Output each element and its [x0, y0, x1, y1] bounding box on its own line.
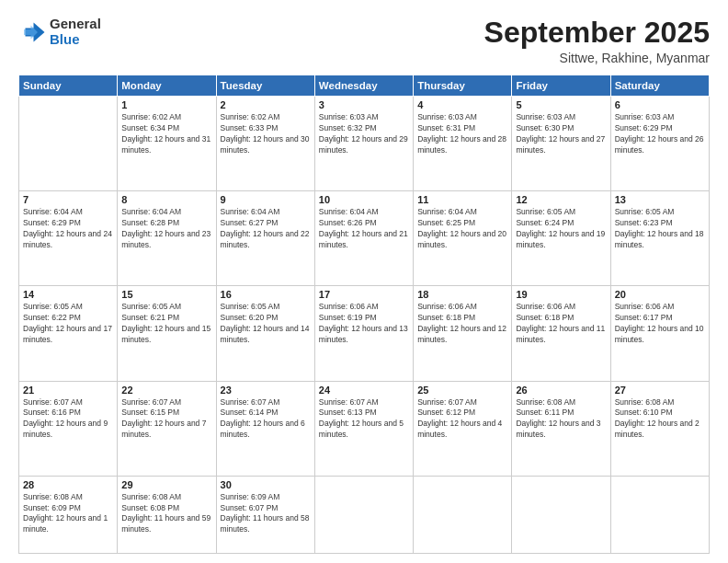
weekday-tuesday: Tuesday	[216, 75, 314, 97]
day-cell: 17Sunrise: 6:06 AMSunset: 6:19 PMDayligh…	[314, 286, 413, 381]
day-info: Sunrise: 6:05 AMSunset: 6:21 PMDaylight:…	[121, 302, 211, 346]
logo-blue: Blue	[50, 32, 101, 48]
day-cell: 9Sunrise: 6:04 AMSunset: 6:27 PMDaylight…	[216, 191, 314, 286]
day-number: 19	[516, 289, 606, 300]
day-number: 5	[516, 99, 606, 110]
day-number: 20	[615, 289, 705, 300]
day-cell: 1Sunrise: 6:02 AMSunset: 6:34 PMDaylight…	[118, 97, 216, 191]
day-cell: 26Sunrise: 6:08 AMSunset: 6:11 PMDayligh…	[512, 381, 610, 476]
day-info: Sunrise: 6:04 AMSunset: 6:27 PMDaylight:…	[221, 207, 311, 251]
title-block: September 2025 Sittwe, Rakhine, Myanmar	[484, 17, 710, 65]
logo-icon	[18, 18, 46, 46]
day-info: Sunrise: 6:06 AMSunset: 6:17 PMDaylight:…	[615, 302, 705, 346]
day-info: Sunrise: 6:05 AMSunset: 6:23 PMDaylight:…	[615, 207, 705, 251]
day-number: 6	[615, 99, 705, 110]
day-number: 13	[615, 194, 705, 205]
day-info: Sunrise: 6:04 AMSunset: 6:29 PMDaylight:…	[23, 207, 113, 251]
week-row-2: 7Sunrise: 6:04 AMSunset: 6:29 PMDaylight…	[19, 191, 710, 286]
day-info: Sunrise: 6:08 AMSunset: 6:10 PMDaylight:…	[615, 397, 705, 442]
location: Sittwe, Rakhine, Myanmar	[484, 51, 710, 65]
day-cell: 7Sunrise: 6:04 AMSunset: 6:29 PMDaylight…	[19, 191, 118, 286]
day-cell	[610, 476, 709, 553]
day-number: 15	[121, 289, 211, 300]
day-cell	[19, 97, 118, 191]
day-number: 14	[23, 289, 113, 300]
day-info: Sunrise: 6:05 AMSunset: 6:24 PMDaylight:…	[516, 207, 606, 251]
day-number: 27	[615, 385, 705, 396]
day-cell: 2Sunrise: 6:02 AMSunset: 6:33 PMDaylight…	[216, 97, 314, 191]
day-info: Sunrise: 6:03 AMSunset: 6:32 PMDaylight:…	[319, 112, 409, 156]
month-year: September 2025	[484, 17, 710, 49]
day-cell: 20Sunrise: 6:06 AMSunset: 6:17 PMDayligh…	[610, 286, 709, 381]
day-cell	[314, 476, 413, 553]
day-number: 29	[121, 479, 211, 490]
day-info: Sunrise: 6:09 AMSunset: 6:07 PMDaylight:…	[221, 492, 311, 536]
week-row-4: 21Sunrise: 6:07 AMSunset: 6:16 PMDayligh…	[19, 381, 710, 476]
day-number: 25	[417, 385, 507, 396]
day-info: Sunrise: 6:03 AMSunset: 6:31 PMDaylight:…	[417, 112, 507, 156]
day-info: Sunrise: 6:06 AMSunset: 6:18 PMDaylight:…	[417, 302, 507, 346]
day-info: Sunrise: 6:06 AMSunset: 6:18 PMDaylight:…	[516, 302, 606, 346]
day-cell: 3Sunrise: 6:03 AMSunset: 6:32 PMDaylight…	[314, 97, 413, 191]
day-info: Sunrise: 6:07 AMSunset: 6:12 PMDaylight:…	[417, 397, 507, 442]
calendar: SundayMondayTuesdayWednesdayThursdayFrid…	[18, 75, 710, 554]
day-info: Sunrise: 6:08 AMSunset: 6:11 PMDaylight:…	[516, 397, 606, 442]
day-number: 16	[221, 289, 311, 300]
day-info: Sunrise: 6:03 AMSunset: 6:30 PMDaylight:…	[516, 112, 606, 156]
day-cell	[414, 476, 512, 553]
day-info: Sunrise: 6:04 AMSunset: 6:26 PMDaylight:…	[319, 207, 409, 251]
weekday-sunday: Sunday	[19, 75, 118, 97]
logo-general: General	[50, 17, 101, 32]
day-info: Sunrise: 6:06 AMSunset: 6:19 PMDaylight:…	[319, 302, 409, 346]
day-number: 24	[319, 385, 409, 396]
day-cell: 22Sunrise: 6:07 AMSunset: 6:15 PMDayligh…	[118, 381, 216, 476]
day-cell: 23Sunrise: 6:07 AMSunset: 6:14 PMDayligh…	[216, 381, 314, 476]
weekday-header-row: SundayMondayTuesdayWednesdayThursdayFrid…	[19, 75, 710, 97]
day-cell: 29Sunrise: 6:08 AMSunset: 6:08 PMDayligh…	[118, 476, 216, 553]
day-number: 3	[319, 99, 409, 110]
page: General Blue September 2025 Sittwe, Rakh…	[0, 0, 728, 563]
day-number: 23	[221, 385, 311, 396]
day-cell: 14Sunrise: 6:05 AMSunset: 6:22 PMDayligh…	[19, 286, 118, 381]
day-cell: 16Sunrise: 6:05 AMSunset: 6:20 PMDayligh…	[216, 286, 314, 381]
day-cell: 25Sunrise: 6:07 AMSunset: 6:12 PMDayligh…	[414, 381, 512, 476]
day-info: Sunrise: 6:02 AMSunset: 6:33 PMDaylight:…	[221, 112, 311, 156]
day-number: 4	[417, 99, 507, 110]
day-number: 11	[417, 194, 507, 205]
weekday-thursday: Thursday	[414, 75, 512, 97]
day-cell: 5Sunrise: 6:03 AMSunset: 6:30 PMDaylight…	[512, 97, 610, 191]
day-number: 21	[23, 385, 113, 396]
logo: General Blue	[18, 17, 101, 47]
header: General Blue September 2025 Sittwe, Rakh…	[18, 17, 710, 65]
day-cell: 15Sunrise: 6:05 AMSunset: 6:21 PMDayligh…	[118, 286, 216, 381]
logo-text: General Blue	[50, 17, 101, 47]
day-cell: 11Sunrise: 6:04 AMSunset: 6:25 PMDayligh…	[414, 191, 512, 286]
day-number: 30	[221, 479, 311, 490]
day-cell: 12Sunrise: 6:05 AMSunset: 6:24 PMDayligh…	[512, 191, 610, 286]
day-cell	[512, 476, 610, 553]
day-number: 12	[516, 194, 606, 205]
day-number: 9	[221, 194, 311, 205]
day-info: Sunrise: 6:07 AMSunset: 6:15 PMDaylight:…	[121, 397, 211, 442]
weekday-saturday: Saturday	[610, 75, 709, 97]
day-cell: 10Sunrise: 6:04 AMSunset: 6:26 PMDayligh…	[314, 191, 413, 286]
day-cell: 4Sunrise: 6:03 AMSunset: 6:31 PMDaylight…	[414, 97, 512, 191]
day-cell: 28Sunrise: 6:08 AMSunset: 6:09 PMDayligh…	[19, 476, 118, 553]
day-info: Sunrise: 6:08 AMSunset: 6:09 PMDaylight:…	[23, 492, 113, 536]
day-cell: 6Sunrise: 6:03 AMSunset: 6:29 PMDaylight…	[610, 97, 709, 191]
day-cell: 18Sunrise: 6:06 AMSunset: 6:18 PMDayligh…	[414, 286, 512, 381]
day-number: 10	[319, 194, 409, 205]
day-number: 26	[516, 385, 606, 396]
day-info: Sunrise: 6:05 AMSunset: 6:22 PMDaylight:…	[23, 302, 113, 346]
day-info: Sunrise: 6:02 AMSunset: 6:34 PMDaylight:…	[121, 112, 211, 156]
day-info: Sunrise: 6:07 AMSunset: 6:13 PMDaylight:…	[319, 397, 409, 442]
day-cell: 21Sunrise: 6:07 AMSunset: 6:16 PMDayligh…	[19, 381, 118, 476]
day-info: Sunrise: 6:07 AMSunset: 6:14 PMDaylight:…	[221, 397, 311, 442]
day-number: 18	[417, 289, 507, 300]
day-info: Sunrise: 6:04 AMSunset: 6:28 PMDaylight:…	[121, 207, 211, 251]
day-info: Sunrise: 6:05 AMSunset: 6:20 PMDaylight:…	[221, 302, 311, 346]
weekday-monday: Monday	[118, 75, 216, 97]
day-number: 2	[221, 99, 311, 110]
day-info: Sunrise: 6:07 AMSunset: 6:16 PMDaylight:…	[23, 397, 113, 442]
day-info: Sunrise: 6:08 AMSunset: 6:08 PMDaylight:…	[121, 492, 211, 536]
